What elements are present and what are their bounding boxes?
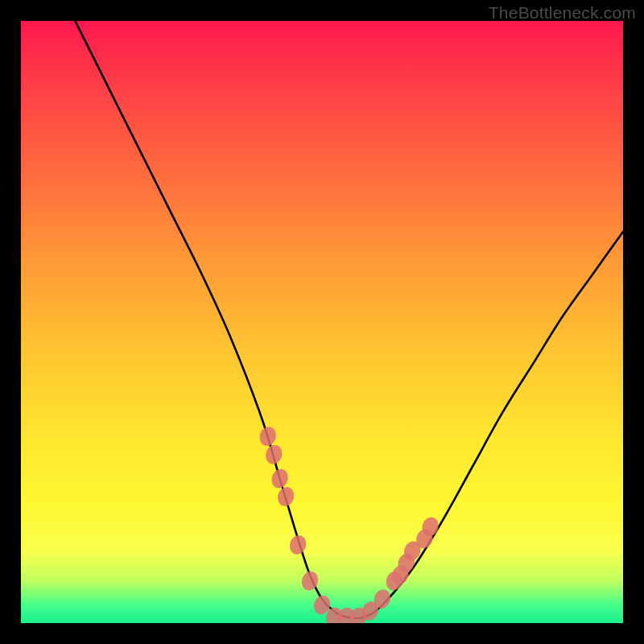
marker-dot (257, 425, 278, 448)
chart-svg (21, 21, 623, 623)
watermark-text: TheBottleneck.com (489, 3, 636, 23)
marker-dot (269, 467, 290, 490)
marker-dot (287, 533, 308, 556)
marker-dot (263, 443, 284, 466)
marker-dot (275, 485, 296, 508)
chart-plot-area (21, 21, 623, 623)
chart-frame: TheBottleneck.com (0, 0, 644, 644)
bottleneck-curve (75, 21, 623, 618)
marker-dots (257, 425, 440, 623)
